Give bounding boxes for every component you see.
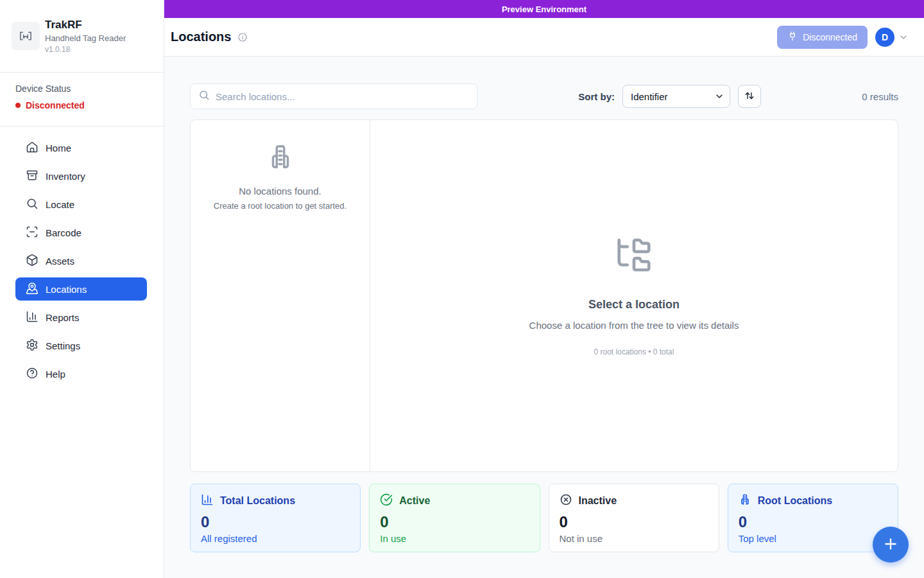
page-header: Locations Disconnected D [164, 18, 924, 57]
sidebar-item-help[interactable]: Help [15, 362, 147, 385]
search-icon [26, 197, 38, 212]
brand-text: TrakRF Handheld Tag Reader v1.0.18 [45, 19, 126, 54]
stat-value: 0 [201, 513, 350, 531]
locations-toolbar: Sort by: Identifier 0 results [190, 83, 898, 109]
content-area: Sort by: Identifier 0 results [164, 57, 924, 578]
sidebar-item-barcode[interactable]: Barcode [15, 221, 147, 244]
sidebar-item-label: Help [46, 369, 65, 380]
tree-empty-subtitle: Create a root location to get started. [214, 201, 346, 211]
stat-label: Root Locations [758, 495, 832, 507]
tree-empty-title: No locations found. [239, 186, 321, 197]
stat-caption: In use [380, 533, 529, 544]
search-icon [198, 89, 210, 103]
stat-caption: Not in use [560, 533, 708, 544]
sidebar-item-label: Inventory [46, 171, 85, 182]
app-window: TrakRF Handheld Tag Reader v1.0.18 Devic… [0, 0, 924, 578]
arrows-up-down-icon [744, 90, 755, 103]
sidebar-item-label: Assets [46, 256, 74, 267]
location-tree-panel: No locations found. Create a root locati… [191, 120, 370, 471]
status-dot [15, 103, 21, 108]
stat-card-total-locations: Total Locations 0 All registered [190, 484, 361, 552]
plug-icon [787, 31, 798, 43]
sidebar-item-label: Locations [46, 284, 87, 295]
connection-status-button[interactable]: Disconnected [777, 26, 868, 49]
search-input[interactable] [216, 91, 469, 102]
main-area: Preview Environment Locations Disconnect… [164, 0, 924, 578]
sidebar-item-assets[interactable]: Assets [15, 249, 147, 272]
home-icon [26, 141, 38, 155]
header-actions: Disconnected D [777, 26, 909, 49]
stat-card-header: Active [380, 493, 529, 509]
help-circle-icon [26, 367, 38, 381]
stat-value: 0 [739, 513, 887, 531]
x-circle-icon [560, 493, 572, 509]
page-title: Locations [171, 30, 231, 44]
stat-card-header: Total Locations [201, 493, 350, 509]
stat-card-active: Active 0 In use [369, 484, 540, 552]
check-circle-icon [380, 493, 393, 509]
app-subtitle: Handheld Tag Reader [45, 33, 126, 43]
gear-icon [26, 338, 38, 353]
app-name: TrakRF [45, 19, 126, 31]
sidebar-item-label: Locate [46, 199, 74, 210]
sidebar: TrakRF Handheld Tag Reader v1.0.18 Devic… [0, 0, 164, 578]
search-box [190, 83, 477, 109]
locations-panels: No locations found. Create a root locati… [190, 119, 898, 472]
stat-caption: Top level [739, 533, 887, 544]
stat-caption: All registered [201, 533, 350, 544]
location-details-panel: Select a location Choose a location from… [370, 120, 898, 471]
sort-select-wrap: Identifier [622, 85, 730, 108]
device-status-label: Device Status [15, 83, 148, 94]
sidebar-item-settings[interactable]: Settings [15, 334, 147, 357]
stat-label: Inactive [579, 495, 617, 507]
stat-value: 0 [560, 513, 708, 531]
avatar[interactable]: D [875, 28, 894, 47]
preview-environment-banner: Preview Environment [164, 0, 924, 18]
sidebar-item-locate[interactable]: Locate [15, 193, 147, 216]
brand-header: TrakRF Handheld Tag Reader v1.0.18 [0, 0, 164, 73]
stats-row: Total Locations 0 All registered Active … [190, 484, 898, 552]
info-icon[interactable] [237, 32, 248, 42]
sort-controls: Sort by: Identifier [578, 85, 761, 108]
results-count: 0 results [862, 91, 898, 102]
device-status-value: Disconnected [26, 100, 85, 110]
add-location-button[interactable] [873, 527, 909, 563]
stat-label: Total Locations [220, 495, 295, 507]
scan-icon [26, 225, 38, 240]
stat-card-header: Inactive [560, 493, 708, 509]
sidebar-item-label: Barcode [46, 227, 81, 238]
connection-status-label: Disconnected [803, 32, 857, 42]
sidebar-item-locations[interactable]: Locations [15, 277, 147, 301]
archive-icon [26, 169, 38, 184]
building-icon [739, 493, 751, 509]
sidebar-item-label: Home [46, 143, 71, 153]
sidebar-item-inventory[interactable]: Inventory [15, 164, 147, 188]
bar-chart-icon [201, 493, 214, 509]
sidebar-item-label: Settings [46, 340, 80, 351]
stat-card-header: Root Locations [739, 493, 887, 509]
plus-icon [882, 536, 899, 554]
stat-card-inactive: Inactive 0 Not in use [549, 484, 719, 552]
building-icon [266, 143, 295, 175]
sidebar-nav: Home Inventory Locate Barcode Assets Loc… [0, 127, 164, 390]
map-pin-icon [26, 282, 38, 297]
banner-text: Preview Environment [502, 4, 586, 14]
details-empty-subtitle: Choose a location from the tree to view … [529, 320, 739, 331]
sidebar-item-home[interactable]: Home [15, 136, 147, 159]
sort-direction-button[interactable] [738, 85, 761, 108]
stat-value: 0 [380, 513, 529, 531]
package-icon [26, 254, 38, 268]
sort-by-label: Sort by: [578, 91, 615, 102]
sort-select[interactable]: Identifier [622, 85, 730, 108]
stat-label: Active [399, 495, 430, 507]
sidebar-item-reports[interactable]: Reports [15, 306, 147, 329]
app-version: v1.0.18 [45, 45, 126, 54]
bar-chart-icon [26, 310, 38, 325]
device-status-section: Device Status Disconnected [0, 73, 164, 127]
location-count-summary: 0 root locations • 0 total [594, 347, 674, 356]
details-empty-title: Select a location [588, 298, 680, 311]
sidebar-item-label: Reports [46, 312, 80, 323]
trakrf-logo-icon [12, 22, 40, 50]
folder-tree-icon [614, 235, 654, 277]
user-menu[interactable]: D [875, 28, 909, 47]
